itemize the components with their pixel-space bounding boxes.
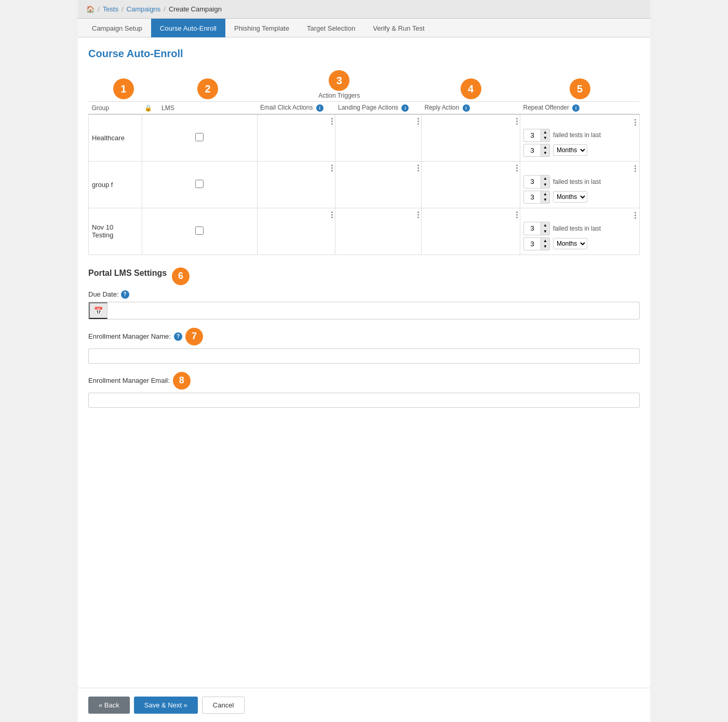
email-click-dots-btn[interactable] [331,118,333,125]
spinner-up-2[interactable]: ▲ [541,144,549,151]
lms-checkbox[interactable] [195,180,204,188]
repeat-count-input-1[interactable] [524,223,541,233]
email-click-dots-btn[interactable] [331,165,333,171]
lms-checkbox-cell [142,114,257,161]
bottom-bar: « Back Save & Next » Cancel [78,688,650,722]
reply-action-dots-btn[interactable] [516,118,518,125]
spinner-down-1[interactable]: ▼ [541,135,549,141]
email-click-cell [257,208,335,255]
spinner-up-1[interactable]: ▲ [541,222,549,229]
current-page: Create Campaign [169,5,222,13]
lms-checkbox[interactable] [195,133,204,141]
circle-3: 3 [329,70,349,91]
tab-phishing-template[interactable]: Phishing Template [225,19,298,37]
home-icon[interactable]: 🏠 [86,5,95,13]
enrollment-email-input[interactable] [88,393,640,408]
landing-page-help-icon[interactable]: i [401,104,409,112]
repeat-offender-help-icon[interactable]: i [572,104,579,112]
tab-target-selection[interactable]: Target Selection [298,19,364,37]
page-title: Course Auto-Enroll [88,48,640,60]
repeat-offender-dots-btn[interactable] [635,212,636,219]
repeat-count-input-2[interactable] [524,192,541,202]
spinner-up-1[interactable]: ▲ [541,176,549,182]
th-email-click: Email Click Actions i [257,102,335,115]
landing-page-dots-btn[interactable] [417,118,419,125]
repeat-count-input-2[interactable] [524,239,541,249]
due-date-input-wrapper: 📅 [88,302,640,319]
repeat-offender-dots-btn[interactable] [635,165,636,172]
th-repeat-offender: Repeat Offender i [520,102,640,115]
email-click-dots-btn[interactable] [331,211,333,218]
months-select[interactable]: MonthsDaysWeeks [553,144,587,156]
th-lock: 🔒 [142,102,158,115]
col-email-num: 2 [158,68,257,102]
reply-action-dots-btn[interactable] [516,165,518,171]
due-date-input[interactable] [107,303,639,317]
due-date-help-icon[interactable]: ? [121,290,129,299]
circle-7: 7 [185,328,203,345]
failed-tests-label: failed tests in last [553,178,601,185]
tab-campaign-setup[interactable]: Campaign Setup [83,19,151,37]
circle-5: 5 [570,78,590,99]
spinner-down-2[interactable]: ▼ [541,197,549,203]
circle-4: 4 [461,78,481,99]
back-button[interactable]: « Back [88,697,130,714]
col-group-num: 1 [89,68,159,102]
email-click-cell [257,161,335,208]
repeat-row-2: ▲▼MonthsDaysWeeks [523,237,636,250]
due-date-group: Due Date: ? 📅 [88,290,640,319]
portal-lms-section: Portal LMS Settings 6 Due Date: ? 📅 Enro… [88,268,640,408]
reply-action-cell [422,114,520,161]
tab-verify-run-test[interactable]: Verify & Run Test [364,19,433,37]
table-row: group f▲▼failed tests in last▲▼MonthsDay… [89,161,640,208]
circle-6: 6 [172,268,190,285]
months-dropdown[interactable]: MonthsDaysWeeks [554,238,587,249]
save-next-button[interactable]: Save & Next » [134,697,198,714]
repeat-count-spinner-2: ▲▼ [523,237,550,250]
email-click-help-icon[interactable]: i [316,104,323,112]
spinner-up-2[interactable]: ▲ [541,191,549,197]
campaigns-link[interactable]: Campaigns [127,5,161,13]
tabs-bar: Campaign Setup Course Auto-Enroll Phishi… [78,19,650,37]
repeat-row-2: ▲▼MonthsDaysWeeks [523,191,636,204]
months-select[interactable]: MonthsDaysWeeks [553,191,587,203]
spinner-up-1[interactable]: ▲ [541,129,549,136]
enrollment-name-input[interactable] [88,349,640,364]
months-select[interactable]: MonthsDaysWeeks [553,238,587,249]
landing-page-dots-btn[interactable] [417,211,419,218]
spinner-down-1[interactable]: ▼ [541,182,549,188]
repeat-count-input-2[interactable] [524,145,541,155]
tab-course-auto-enroll[interactable]: Course Auto-Enroll [151,19,225,37]
th-reply-action: Reply Action i [422,102,520,115]
enrollment-name-help-icon[interactable]: ? [174,332,182,341]
repeat-count-spinner-2: ▲▼ [523,144,550,157]
failed-tests-label: failed tests in last [553,131,601,139]
th-landing-page: Landing Page Actions i [335,102,421,115]
repeat-count-input-1[interactable] [524,130,541,140]
portal-lms-title: Portal LMS Settings [88,269,167,278]
months-dropdown[interactable]: MonthsDaysWeeks [554,192,587,202]
tests-link[interactable]: Tests [103,5,118,13]
calendar-button[interactable]: 📅 [89,302,107,319]
enroll-table-container: 1 2 3 Action Triggers [88,68,640,255]
spinner-down-2[interactable]: ▼ [541,150,549,156]
lms-checkbox[interactable] [195,226,204,235]
spinner-down-1[interactable]: ▼ [541,229,549,235]
repeat-count-spinner-1: ▲▼ [523,175,550,188]
landing-page-dots-btn[interactable] [417,165,419,171]
reply-action-dots-btn[interactable] [516,211,518,218]
repeat-row-1: ▲▼failed tests in last [523,175,636,188]
spinner-up-2[interactable]: ▲ [541,238,549,244]
enrollment-name-label: Enrollment Manager Name: ? 7 [88,328,640,345]
months-dropdown[interactable]: MonthsDaysWeeks [554,145,587,155]
group-cell: group f [89,161,142,208]
th-lms: LMS [158,102,257,115]
enrollment-email-label: Enrollment Manager Email: 8 [88,372,640,390]
action-triggers-label: Action Triggers [318,92,360,99]
cancel-button[interactable]: Cancel [202,697,245,714]
repeat-offender-dots-btn[interactable] [635,119,636,126]
email-click-cell [257,114,335,161]
spinner-down-2[interactable]: ▼ [541,244,549,250]
repeat-count-input-1[interactable] [524,177,541,186]
reply-action-help-icon[interactable]: i [463,104,470,112]
